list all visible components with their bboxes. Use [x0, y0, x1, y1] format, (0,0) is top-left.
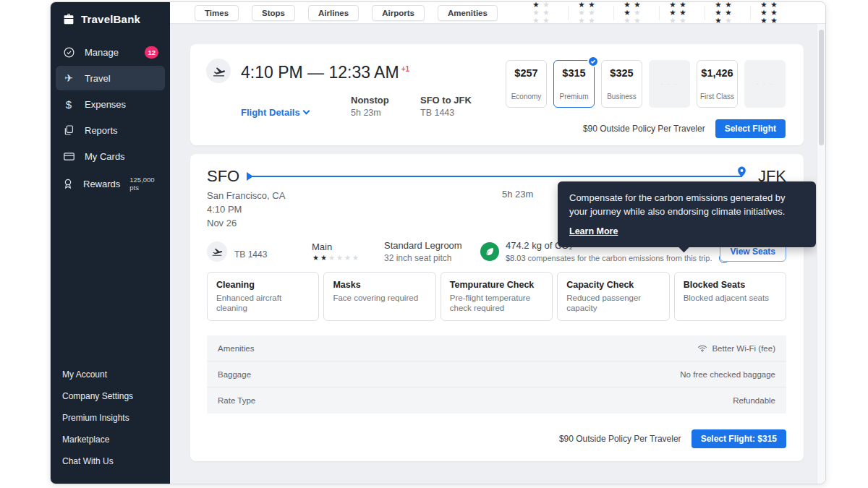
- chevron-down-icon: [302, 108, 310, 115]
- app-window: TravelBank Manage 12 ✈ Travel $ Expenses: [50, 1, 826, 484]
- check-circle-icon: [62, 46, 75, 59]
- plane-icon: ✈: [62, 72, 75, 85]
- sidebar-item-expenses[interactable]: $ Expenses: [56, 92, 165, 116]
- fare-card-economy[interactable]: $257 Economy: [506, 60, 547, 108]
- star-empty-icon: ★: [336, 254, 344, 262]
- sidebar-item-label: Manage: [85, 47, 119, 58]
- policy-note: $90 Outside Policy Per Traveler: [583, 124, 705, 134]
- origin-code: SFO: [207, 167, 239, 186]
- amenity-cards: Cleaning Enhanced aircraft cleaning Mask…: [207, 272, 786, 321]
- divider: [750, 6, 751, 20]
- plus-one-day: +1: [401, 65, 409, 73]
- sidebar-item-label: Rewards: [83, 179, 120, 189]
- filter-stops-button[interactable]: Stops: [252, 5, 295, 21]
- star-empty-icon: ★: [328, 254, 336, 262]
- star-filter-2[interactable]: ★★★★★★: [575, 1, 607, 25]
- carbon-tooltip: Compensate for the carbon emissions gene…: [558, 181, 816, 247]
- logo-text: TravelBank: [81, 13, 140, 25]
- sidebar-item-label: Reports: [85, 125, 118, 136]
- stops-column: Nonstop 5h 23m: [351, 95, 420, 118]
- results-content: 4:10 PM — 12:33 AM+1 Flight Details Nons…: [170, 24, 825, 484]
- fare-card-empty: - - -: [744, 60, 786, 108]
- sidebar-item-marketplace[interactable]: Marketplace: [51, 429, 170, 450]
- divider: [659, 6, 660, 20]
- rewards-icon: [62, 177, 74, 190]
- briefcase-icon: [62, 12, 75, 25]
- sidebar-item-company-settings[interactable]: Company Settings: [51, 385, 170, 407]
- flight-summary-card: 4:10 PM — 12:33 AM+1 Flight Details Nons…: [190, 44, 804, 145]
- main-area: Times Stops Airlines Airports Amenities …: [170, 2, 825, 484]
- reports-icon: [62, 124, 75, 137]
- segment-flight: TB 1443: [207, 241, 312, 262]
- star-filled-icon: ★: [320, 254, 328, 262]
- cabin-rating-stars: ★★★★★★: [312, 254, 384, 262]
- fare-card-premium[interactable]: $315 Premium: [553, 60, 595, 108]
- star-empty-icon: ★: [344, 254, 352, 262]
- sidebar-item-rewards[interactable]: Rewards 125,000 pts: [56, 170, 165, 197]
- sidebar-item-my-account[interactable]: My Account: [51, 364, 170, 385]
- star-filter-3[interactable]: ★★★★★★: [621, 1, 652, 25]
- fare-card-empty: - - -: [649, 60, 690, 108]
- legroom-info: Standard Legroom 32 inch seat pitch: [384, 240, 480, 263]
- filter-times-button[interactable]: Times: [195, 5, 239, 21]
- flight-summary-info: 4:10 PM — 12:33 AM+1 Flight Details Nons…: [241, 59, 472, 137]
- sidebar-item-manage[interactable]: Manage 12: [56, 40, 165, 64]
- star-filter-1[interactable]: ★★★★★★: [529, 1, 561, 25]
- sidebar-item-travel[interactable]: ✈ Travel: [56, 66, 165, 90]
- sidebar: TravelBank Manage 12 ✈ Travel $ Expenses: [51, 2, 170, 484]
- travelbank-logo[interactable]: TravelBank: [51, 2, 170, 33]
- star-filter-6[interactable]: ★★★★★★: [757, 1, 789, 25]
- sidebar-item-label: Travel: [85, 73, 111, 84]
- sidebar-item-label: Expenses: [85, 99, 126, 110]
- fare-card-first-class[interactable]: $1,426 First Class: [697, 60, 738, 108]
- legroom-sub: 32 inch seat pitch: [384, 253, 480, 263]
- info-row-amenities: Amenities Better Wi-Fi (fee): [207, 335, 786, 361]
- policy-note: $90 Outside Policy Per Traveler: [559, 434, 681, 444]
- amenity-card-cleaning: Cleaning Enhanced aircraft cleaning: [207, 272, 319, 321]
- legroom-title: Standard Legroom: [384, 240, 480, 251]
- selected-check-icon: [587, 56, 599, 67]
- learn-more-link[interactable]: Learn More: [569, 225, 618, 239]
- filter-amenities-button[interactable]: Amenities: [438, 5, 498, 21]
- star-filter-5[interactable]: ★★★★★★: [712, 1, 744, 25]
- sidebar-item-my-cards[interactable]: My Cards: [56, 144, 165, 168]
- star-rating-filters: ★★★★★★ ★★★★★★ ★★★★★★ ★★★★★★ ★★★★★★ ★★★★★…: [529, 1, 789, 25]
- amenity-card-temperature-check: Tempurature Check Pre-flight temperature…: [441, 272, 553, 321]
- plane-takeoff-icon: [207, 241, 227, 262]
- select-flight-price-button[interactable]: Select Flight: $315: [692, 429, 786, 448]
- star-filled-icon: ★: [312, 254, 320, 262]
- cabin-info: Main ★★★★★★: [312, 241, 384, 262]
- plane-takeoff-icon: [206, 59, 231, 83]
- fare-card-business[interactable]: $325 Business: [601, 60, 642, 108]
- filter-airlines-button[interactable]: Airlines: [308, 5, 359, 21]
- tooltip-text: Compensate for the carbon emissions gene…: [569, 192, 785, 217]
- star-filter-4[interactable]: ★★★★★★: [666, 1, 698, 25]
- destination-pin-icon: [737, 166, 746, 180]
- sidebar-footer: My Account Company Settings Premium Insi…: [51, 364, 170, 484]
- cabin-name: Main: [312, 241, 384, 252]
- sidebar-item-premium-insights[interactable]: Premium Insights: [51, 407, 170, 429]
- credit-card-icon: [62, 150, 75, 163]
- amenity-card-masks: Masks Face covering required: [323, 272, 435, 321]
- scrollbar: [817, 24, 825, 484]
- divider: [568, 6, 569, 20]
- divider: [705, 6, 705, 20]
- route-column: SFO to JFK TB 1443: [420, 95, 472, 118]
- sidebar-item-reports[interactable]: Reports: [56, 118, 165, 142]
- flight-details-link[interactable]: Flight Details: [241, 107, 351, 118]
- filter-airports-button[interactable]: Airports: [372, 5, 425, 21]
- scrollbar-thumb[interactable]: [819, 30, 824, 145]
- departure-arrow-icon: [247, 172, 253, 181]
- amenity-card-blocked-seats: Blocked Seats Blocked adjacent seats: [674, 272, 786, 321]
- filter-bar: Times Stops Airlines Airports Amenities …: [170, 2, 825, 24]
- info-row-rate-type: Rate Type Refundable: [207, 388, 786, 414]
- sidebar-item-chat-with-us[interactable]: Chat With Us: [51, 450, 170, 472]
- rewards-points: 125,000 pts: [129, 176, 158, 192]
- amenity-card-capacity-check: Capacity Check Reduced passenger capacit…: [557, 272, 669, 321]
- fare-options: $257 Economy $315 Premium $325 Business: [506, 60, 786, 108]
- select-flight-button[interactable]: Select Flight: [715, 119, 786, 138]
- sidebar-item-label: My Cards: [85, 151, 125, 162]
- flight-detail-card: SFO JFK San Francisco, CA 4:10 PM N: [190, 154, 804, 461]
- leaf-icon: [480, 242, 499, 261]
- divider: [613, 6, 614, 20]
